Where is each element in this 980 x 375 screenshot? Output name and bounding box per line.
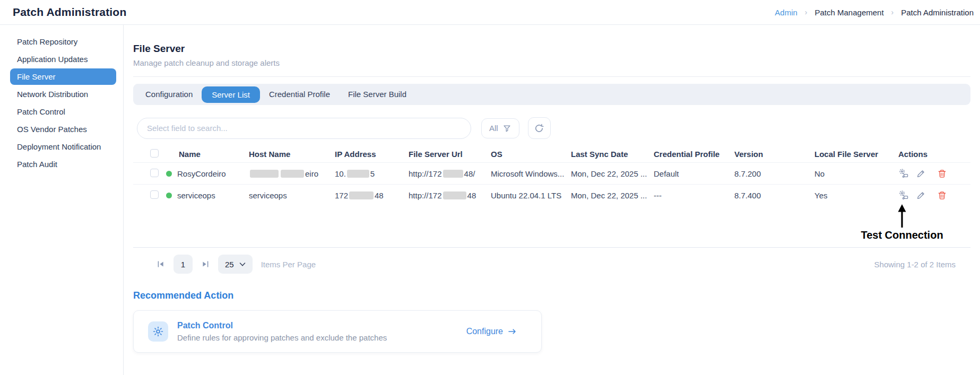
redacted-text: [281, 170, 304, 178]
sidebar-item-patch-audit[interactable]: Patch Audit: [10, 156, 116, 172]
breadcrumb-current: Patch Administration: [901, 8, 974, 17]
version-cell: 8.7.200: [734, 169, 814, 178]
breadcrumb-separator-icon: ›: [805, 8, 808, 16]
edit-button[interactable]: [916, 190, 926, 200]
sidebar-item-file-server[interactable]: File Server: [10, 68, 116, 85]
last-page-icon: [201, 260, 210, 268]
status-online-dot: [166, 193, 172, 198]
select-all-checkbox[interactable]: [150, 149, 159, 158]
table-bottom-border: [133, 247, 970, 248]
column-header-os[interactable]: OS: [491, 150, 571, 159]
row-checkbox[interactable]: [150, 169, 159, 177]
sidebar-item-network-distribution[interactable]: Network Distribution: [10, 86, 116, 102]
last-sync-date-cell: Mon, Dec 22, 2025 ...: [571, 169, 654, 178]
refresh-icon: [534, 123, 544, 134]
breadcrumb: Admin › Patch Management › Patch Adminis…: [775, 8, 974, 17]
arrow-right-icon: [508, 327, 517, 336]
tab-server-list[interactable]: Server List: [202, 86, 260, 103]
top-header: Patch Administration Admin › Patch Manag…: [0, 0, 980, 25]
column-header-credential-profile[interactable]: Credential Profile: [654, 150, 734, 159]
breadcrumb-patch-management-link[interactable]: Patch Management: [815, 8, 884, 17]
tab-bar: Configuration Server List Credential Pro…: [133, 84, 970, 105]
redacted-text: [349, 191, 374, 199]
recommended-card-description: Define rules for approving patches and e…: [177, 333, 387, 342]
recommended-action-card: Patch Control Define rules for approving…: [133, 310, 542, 353]
sidebar-item-application-updates[interactable]: Application Updates: [10, 51, 116, 67]
test-connection-annotation: Test Connection: [857, 204, 947, 241]
funnel-icon: [502, 124, 511, 133]
sidebar: Patch Repository Application Updates Fil…: [0, 25, 124, 375]
local-file-server-cell: Yes: [814, 191, 898, 200]
first-page-button[interactable]: [157, 260, 165, 268]
pagination-summary: Showing 1-2 of 2 Items: [874, 260, 956, 269]
recommended-card-title[interactable]: Patch Control: [177, 321, 387, 330]
gear-icon: [148, 321, 168, 342]
column-header-name[interactable]: Name: [166, 150, 249, 159]
sidebar-item-os-vendor-patches[interactable]: OS Vendor Patches: [10, 121, 116, 137]
delete-button[interactable]: [937, 190, 947, 200]
credential-profile-cell: Default: [654, 169, 734, 178]
trash-icon: [937, 190, 947, 200]
configure-label: Configure: [466, 327, 503, 336]
recommended-action-heading: Recommended Action: [133, 290, 970, 301]
trash-icon: [937, 169, 947, 179]
test-connection-icon: [898, 168, 909, 179]
row-checkbox[interactable]: [150, 190, 159, 199]
app-title: Patch Administration: [13, 6, 126, 19]
version-cell: 8.7.400: [734, 191, 814, 200]
file-server-url-cell: http://17248: [409, 191, 491, 200]
breadcrumb-admin-link[interactable]: Admin: [775, 8, 797, 17]
last-sync-date-cell: Mon, Dec 22, 2025 ...: [571, 191, 654, 200]
local-file-server-cell: No: [814, 169, 898, 178]
status-online-dot: [166, 171, 172, 177]
filter-button[interactable]: All: [481, 118, 519, 138]
tab-file-server-build[interactable]: File Server Build: [339, 84, 415, 105]
column-header-local-file-server[interactable]: Local File Server: [814, 150, 898, 159]
refresh-button[interactable]: [528, 117, 551, 139]
table-header-row: Name Host Name IP Address File Server Ur…: [133, 146, 970, 162]
pencil-icon: [916, 169, 926, 179]
host-name-cell: serviceops: [249, 191, 335, 200]
column-header-version[interactable]: Version: [734, 150, 814, 159]
pagination-bar: 1 25 Items Per Page Showing 1-2 of 2 Ite…: [133, 254, 970, 274]
ip-address-cell: 10.5: [335, 169, 409, 178]
column-header-last-sync-date[interactable]: Last Sync Date: [571, 150, 654, 159]
test-connection-icon: [898, 190, 909, 200]
search-input[interactable]: [137, 118, 471, 139]
sidebar-item-deployment-notification[interactable]: Deployment Notification: [10, 138, 116, 155]
delete-button[interactable]: [937, 169, 947, 179]
annotation-arrow-up-icon: [896, 204, 908, 228]
file-server-table: Name Host Name IP Address File Server Ur…: [133, 146, 970, 248]
tab-credential-profile[interactable]: Credential Profile: [260, 84, 339, 105]
sidebar-item-patch-repository[interactable]: Patch Repository: [10, 33, 116, 50]
actions-cell: [898, 190, 970, 200]
actions-cell: [898, 168, 970, 179]
filter-label: All: [489, 124, 498, 133]
section-title: File Server: [133, 43, 970, 55]
file-server-url-cell: http://17248/: [409, 169, 491, 178]
main-content: File Server Manage patch cleanup and sto…: [124, 25, 980, 375]
column-header-file-server-url[interactable]: File Server Url: [409, 150, 491, 159]
os-cell: Microsoft Windows...: [491, 169, 571, 178]
section-divider: [133, 76, 970, 77]
ip-address-cell: 17248: [335, 191, 409, 200]
edit-button[interactable]: [916, 169, 926, 179]
breadcrumb-separator-icon: ›: [891, 8, 894, 16]
server-name: RosyCordeiro: [177, 169, 226, 178]
items-per-page-select[interactable]: 25: [218, 255, 253, 274]
last-page-button[interactable]: [201, 260, 210, 268]
column-header-host-name[interactable]: Host Name: [249, 150, 335, 159]
current-page-indicator[interactable]: 1: [174, 255, 193, 274]
section-subtitle: Manage patch cleanup and storage alerts: [133, 58, 970, 67]
table-row: RosyCordeiro eiro 10.5 http://17248/ Mic…: [133, 162, 970, 184]
credential-profile-cell: ---: [654, 191, 734, 200]
sidebar-item-patch-control[interactable]: Patch Control: [10, 103, 116, 120]
redacted-text: [443, 170, 463, 178]
configure-button[interactable]: Configure: [463, 326, 520, 337]
test-connection-button[interactable]: [898, 190, 909, 200]
tab-configuration[interactable]: Configuration: [136, 84, 202, 105]
column-header-ip-address[interactable]: IP Address: [335, 150, 409, 159]
pencil-icon: [916, 190, 926, 200]
test-connection-button[interactable]: [898, 168, 909, 179]
host-name-cell: eiro: [249, 169, 335, 178]
